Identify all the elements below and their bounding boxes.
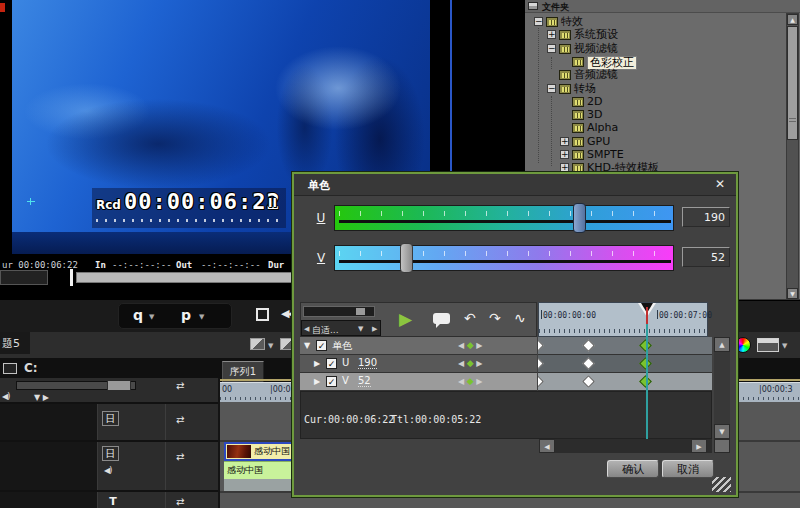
keyframe-row-单色[interactable]: ▼✓单色◀ ◆ ▶: [300, 337, 712, 355]
keyframe-diamond[interactable]: [582, 339, 595, 352]
title-track-badge[interactable]: T: [106, 495, 120, 508]
tree-item-音频滤镜[interactable]: 音频滤镜: [525, 69, 783, 82]
add-keyframe-icon[interactable]: ◆: [467, 358, 474, 368]
enable-checkbox[interactable]: ✓: [326, 358, 337, 369]
keyframe-row-V[interactable]: ▶✓V52◀ ◆ ▶: [300, 373, 712, 391]
keyframe-row-timeline[interactable]: [538, 337, 712, 355]
tree-item-label[interactable]: GPU: [587, 136, 610, 148]
u-slider-handle[interactable]: [573, 203, 586, 233]
tree-item-label[interactable]: Alpha: [587, 122, 618, 134]
play-icon[interactable]: ▶: [399, 309, 412, 329]
tree-item-特效[interactable]: −特效: [525, 16, 783, 29]
track-mode-dropdown-icon[interactable]: ▼ ▶: [34, 393, 49, 402]
keyframe-nav[interactable]: ◀ ◆ ▶: [458, 340, 504, 350]
video-track-badge[interactable]: 日: [102, 411, 119, 426]
tree-item-2D[interactable]: 2D: [525, 96, 783, 109]
keyframe-diamond[interactable]: [538, 357, 544, 370]
add-keyframe-icon[interactable]: ◆: [467, 376, 474, 386]
tree-item-3D[interactable]: 3D: [525, 109, 783, 122]
scroll-left-icon[interactable]: ◀: [539, 439, 555, 453]
enable-checkbox[interactable]: ✓: [326, 376, 337, 387]
collapse-icon[interactable]: −: [547, 84, 556, 93]
expand-icon[interactable]: +: [547, 30, 556, 39]
expand-icon[interactable]: +: [560, 163, 569, 172]
v-slider-handle[interactable]: [400, 243, 413, 273]
timeline-ruler-right[interactable]: |00:00:3: [738, 382, 800, 402]
tree-item-label[interactable]: 音频滤镜: [574, 69, 618, 81]
tree-item-GPU[interactable]: +GPU: [525, 136, 783, 149]
monitor-icon[interactable]: [3, 363, 17, 374]
layout-icon[interactable]: [250, 338, 265, 350]
scroll-down-icon[interactable]: ▼: [787, 288, 798, 299]
bin-scrollbar[interactable]: ▲ ▼: [786, 13, 799, 300]
speaker-icon[interactable]: ◀): [104, 466, 111, 475]
u-slider[interactable]: [334, 205, 674, 231]
cancel-button[interactable]: 取消: [662, 460, 714, 478]
stop-button[interactable]: [256, 308, 269, 321]
expand-arrow-icon[interactable]: ▶: [314, 359, 320, 368]
undo-icon[interactable]: ↶: [464, 310, 476, 326]
dialog-hscrollbar[interactable]: [539, 439, 712, 453]
sync-icon[interactable]: ⇄: [176, 496, 184, 507]
panel-dropdown-icon[interactable]: ▼: [782, 342, 787, 350]
expand-arrow-icon[interactable]: ▶: [314, 377, 320, 386]
row-value[interactable]: 190: [358, 357, 377, 369]
slider-handle[interactable]: [107, 380, 131, 391]
tree-item-label[interactable]: SMPTE: [587, 149, 624, 161]
sync-icon[interactable]: ⇄: [176, 380, 184, 391]
panel-window-icon[interactable]: [757, 338, 779, 352]
expand-icon[interactable]: +: [560, 150, 569, 159]
timeline-ruler-left[interactable]: 00 |00:0: [220, 382, 297, 402]
sync-icon[interactable]: ⇄: [176, 414, 184, 425]
chevron-down-icon[interactable]: ▼: [358, 325, 363, 333]
keyframe-diamond[interactable]: [582, 375, 595, 388]
video-clip[interactable]: 感动中国: [224, 442, 294, 461]
sync-icon[interactable]: ⇄: [176, 451, 184, 462]
scroll-up-icon[interactable]: ▲: [714, 337, 730, 352]
mark-in-dropdown-icon[interactable]: ▼: [149, 313, 154, 321]
v-value-field[interactable]: 52: [682, 247, 730, 267]
preview-scrubber-handle[interactable]: [70, 269, 73, 286]
tree-item-label[interactable]: 3D: [587, 109, 602, 121]
row-value[interactable]: 52: [358, 375, 371, 387]
speaker-icon[interactable]: ◀): [2, 392, 9, 401]
tree-item-转场[interactable]: −转场: [525, 83, 783, 96]
tree-item-色彩校正[interactable]: 色彩校正: [525, 56, 783, 69]
prev-icon[interactable]: ◀: [304, 325, 309, 333]
snap-magnet-icon[interactable]: C:: [24, 361, 38, 375]
mark-in-button[interactable]: q: [133, 307, 143, 323]
add-keyframe-icon[interactable]: ◆: [467, 340, 474, 350]
u-value-field[interactable]: 190: [682, 207, 730, 227]
expand-icon[interactable]: +: [560, 137, 569, 146]
collapse-icon[interactable]: −: [547, 44, 556, 53]
keyframe-row-U[interactable]: ▶✓U190◀ ◆ ▶: [300, 355, 712, 373]
tree-item-label[interactable]: 系统预设: [574, 29, 618, 41]
v-slider[interactable]: [334, 245, 674, 271]
tree-item-Alpha[interactable]: Alpha: [525, 122, 783, 135]
tree-item-系统预设[interactable]: +系统预设: [525, 29, 783, 42]
redo-icon[interactable]: ↷: [489, 310, 501, 326]
collapse-icon[interactable]: −: [534, 17, 543, 26]
layout-dropdown-icon[interactable]: ▼: [268, 342, 273, 350]
confirm-button[interactable]: 确认: [607, 460, 659, 478]
dialog-titlebar[interactable]: 单色 ✕: [294, 174, 736, 196]
tree-item-label[interactable]: 转场: [574, 83, 596, 95]
keyframe-row-timeline[interactable]: [538, 355, 712, 373]
keyframe-row-timeline[interactable]: [538, 373, 712, 391]
keyframe-diamond[interactable]: [538, 375, 544, 388]
close-icon[interactable]: ✕: [712, 177, 728, 192]
scroll-right-icon[interactable]: ▶: [691, 439, 707, 453]
tree-item-label[interactable]: 特效: [561, 16, 583, 28]
mark-out-button[interactable]: p: [181, 307, 191, 323]
expand-arrow-icon[interactable]: ▼: [304, 341, 310, 350]
tree-item-label[interactable]: 2D: [587, 96, 602, 108]
keyframe-diamond[interactable]: [582, 357, 595, 370]
tree-item-SMPTE[interactable]: +SMPTE: [525, 149, 783, 162]
tree-item-视频滤镜[interactable]: −视频滤镜: [525, 43, 783, 56]
keyframe-ruler[interactable]: 00:00:00:00 00:00:07:00: [538, 302, 708, 337]
curve-icon[interactable]: ∿: [514, 310, 526, 326]
fit-dropdown[interactable]: ◀ 自适... ▼ ▶: [301, 320, 381, 336]
keyframe-nav[interactable]: ◀ ◆ ▶: [458, 358, 504, 368]
tree-item-label[interactable]: 视频滤镜: [574, 43, 618, 55]
keyframe-diamond[interactable]: [538, 339, 544, 352]
